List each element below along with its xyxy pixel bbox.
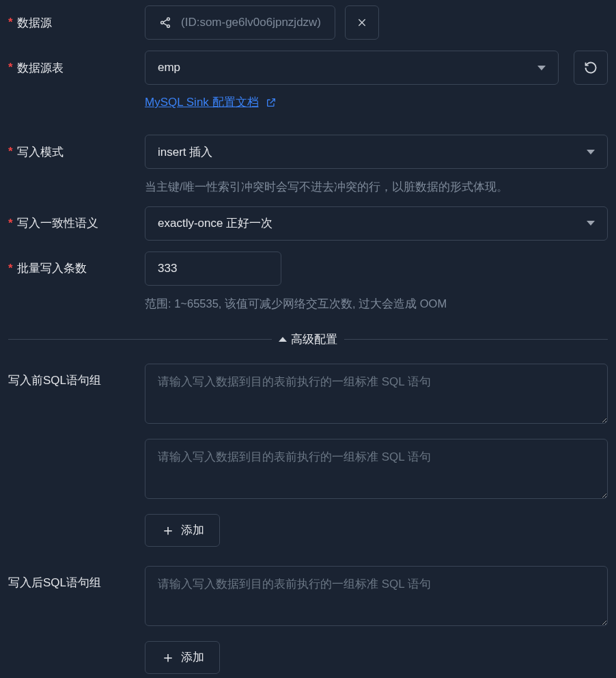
svg-line-3 bbox=[163, 20, 167, 22]
label-text: 批量写入条数 bbox=[17, 260, 87, 276]
advanced-label: 高级配置 bbox=[291, 331, 337, 347]
datasource-chip[interactable]: (ID:som-ge6lv0o6jpnzjdzw) bbox=[145, 5, 335, 40]
chevron-down-icon bbox=[537, 66, 546, 70]
svg-point-0 bbox=[167, 18, 170, 21]
label-write-mode: * 写入模式 bbox=[8, 135, 145, 169]
table-select[interactable]: emp bbox=[145, 51, 559, 85]
consistency-value: exactly-once 正好一次 bbox=[158, 215, 272, 231]
chevron-down-icon bbox=[587, 150, 595, 154]
svg-point-2 bbox=[167, 25, 170, 27]
label-consistency: * 写入一致性语义 bbox=[8, 206, 145, 241]
row-consistency: * 写入一致性语义 exactly-once 正好一次 bbox=[8, 206, 608, 241]
required-marker: * bbox=[8, 145, 13, 159]
label-pre-sql: 写入前SQL语句组 bbox=[8, 364, 145, 398]
label-batch-count: * 批量写入条数 bbox=[8, 252, 145, 286]
doc-link-row: MySQL Sink 配置文档 bbox=[145, 94, 277, 110]
chevron-up-icon bbox=[279, 337, 287, 342]
clear-datasource-button[interactable] bbox=[345, 5, 379, 40]
label-table: * 数据源表 bbox=[8, 51, 145, 85]
add-pre-sql-button[interactable]: ＋ 添加 bbox=[145, 514, 220, 547]
consistency-select[interactable]: exactly-once 正好一次 bbox=[145, 206, 608, 241]
row-post-sql: 写入后SQL语句组 ＋ 添加 bbox=[8, 566, 608, 674]
pre-sql-textarea-1[interactable] bbox=[145, 439, 608, 499]
required-marker: * bbox=[8, 16, 13, 29]
divider-line bbox=[344, 339, 608, 340]
svg-point-1 bbox=[161, 21, 164, 24]
write-mode-value: insert 插入 bbox=[158, 144, 212, 160]
label-datasource: * 数据源 bbox=[8, 5, 145, 40]
label-text: 数据源表 bbox=[17, 60, 64, 76]
advanced-toggle[interactable]: 高级配置 bbox=[272, 331, 344, 347]
add-label: 添加 bbox=[181, 522, 204, 538]
plus-icon: ＋ bbox=[160, 650, 176, 665]
row-pre-sql: 写入前SQL语句组 ＋ 添加 bbox=[8, 364, 608, 547]
batch-count-input[interactable] bbox=[145, 252, 281, 286]
refresh-icon bbox=[584, 61, 598, 74]
required-marker: * bbox=[8, 262, 13, 275]
table-selected-value: emp bbox=[158, 61, 180, 74]
mysql-sink-doc-link[interactable]: MySQL Sink 配置文档 bbox=[145, 94, 259, 110]
svg-line-4 bbox=[163, 23, 167, 25]
label-text: 写入后SQL语句组 bbox=[8, 575, 101, 591]
label-text: 写入前SQL语句组 bbox=[8, 372, 101, 388]
share-icon bbox=[159, 16, 171, 29]
external-link-icon bbox=[266, 97, 277, 108]
close-icon bbox=[356, 17, 367, 28]
required-marker: * bbox=[8, 61, 13, 74]
datasource-value: (ID:som-ge6lv0o6jpnzjdzw) bbox=[181, 16, 321, 29]
required-marker: * bbox=[8, 217, 13, 230]
plus-icon: ＋ bbox=[160, 523, 176, 538]
add-post-sql-button[interactable]: ＋ 添加 bbox=[145, 641, 220, 674]
label-post-sql: 写入后SQL语句组 bbox=[8, 566, 145, 600]
batch-count-help: 范围: 1~65535, 该值可减少网络交互次数, 过大会造成 OOM bbox=[145, 295, 608, 312]
row-table: * 数据源表 emp MySQL Sink 配置文档 bbox=[8, 51, 608, 124]
advanced-divider: 高级配置 bbox=[8, 331, 608, 347]
label-text: 数据源 bbox=[17, 15, 52, 31]
chevron-down-icon bbox=[587, 221, 595, 226]
refresh-table-button[interactable] bbox=[574, 51, 608, 85]
add-label: 添加 bbox=[181, 649, 204, 665]
pre-sql-textarea-0[interactable] bbox=[145, 364, 608, 424]
post-sql-textarea-0[interactable] bbox=[145, 566, 608, 626]
divider-line bbox=[8, 339, 272, 340]
row-write-mode: * 写入模式 insert 插入 当主键/唯一性索引冲突时会写不进去冲突的行，以… bbox=[8, 135, 608, 195]
label-text: 写入模式 bbox=[17, 144, 64, 160]
label-text: 写入一致性语义 bbox=[17, 215, 98, 231]
row-batch-count: * 批量写入条数 范围: 1~65535, 该值可减少网络交互次数, 过大会造成… bbox=[8, 252, 608, 312]
write-mode-select[interactable]: insert 插入 bbox=[145, 135, 608, 169]
write-mode-help: 当主键/唯一性索引冲突时会写不进去冲突的行，以脏数据的形式体现。 bbox=[145, 178, 608, 195]
row-datasource: * 数据源 (ID:som-ge6lv0o6jpnzjdzw) bbox=[8, 5, 608, 40]
